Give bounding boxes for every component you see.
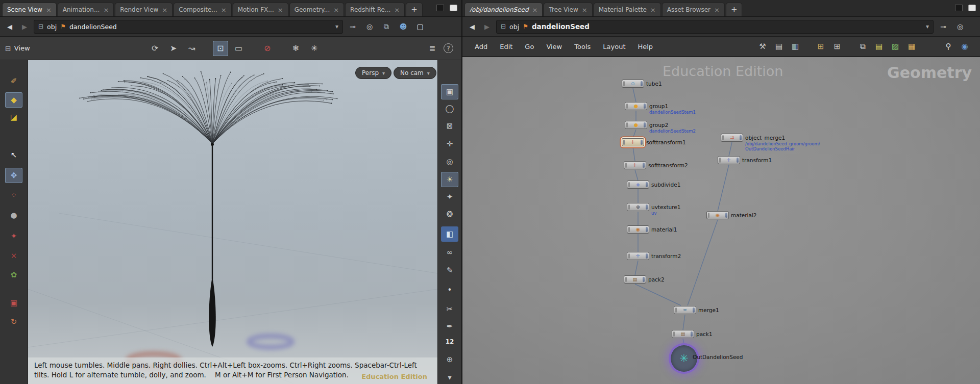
node-merge1[interactable]: ≍ xyxy=(674,306,696,314)
menu-tools[interactable]: Tools xyxy=(569,41,596,53)
headlight-icon[interactable]: ☀ xyxy=(441,172,458,187)
search-network-icon[interactable]: ⚲ xyxy=(942,40,954,53)
stamp-icon[interactable]: ⊕ xyxy=(441,352,458,367)
no-selection-icon[interactable]: ⊘ xyxy=(260,41,275,56)
tab-render-view[interactable]: Render View× xyxy=(115,3,173,16)
node-uvtexture1[interactable]: ⊗ xyxy=(627,203,649,211)
tab-close-icon[interactable]: × xyxy=(532,7,538,13)
lamp-icon[interactable]: ✦ xyxy=(441,189,458,204)
path-context[interactable]: obj xyxy=(47,23,57,31)
tab-scene-view[interactable]: Scene View× xyxy=(2,3,57,16)
tab-close-icon[interactable]: × xyxy=(650,7,656,13)
node-transform2[interactable]: ✛ xyxy=(627,252,649,260)
lasso-select-icon[interactable]: ↝ xyxy=(184,41,200,56)
node-material1[interactable]: ◉ xyxy=(627,225,649,234)
pane-tab-icon[interactable]: ⊟ xyxy=(5,44,11,53)
crosshair-icon[interactable]: ✛ xyxy=(441,136,458,151)
colored-network-icon[interactable]: ▨ xyxy=(889,40,901,53)
path-node-name[interactable]: dandelionSeed xyxy=(69,23,117,31)
menu-layout[interactable]: Layout xyxy=(598,41,630,53)
forward-icon[interactable]: ▶ xyxy=(19,23,30,31)
ring-light-icon[interactable]: ◎ xyxy=(441,154,458,169)
node-pack1[interactable]: ▤ xyxy=(672,330,694,338)
path-node-name[interactable]: dandelionSeed xyxy=(532,22,590,31)
snap-multi-icon[interactable]: ✳ xyxy=(307,41,322,56)
forward-icon[interactable]: ▶ xyxy=(481,23,493,31)
particles-tool-icon[interactable]: ⁘ xyxy=(5,188,22,203)
color-palette-icon[interactable]: ⊞ xyxy=(815,40,827,53)
camera-menu-button[interactable]: No cam ▾ xyxy=(394,67,436,79)
persp-menu-button[interactable]: Persp ▾ xyxy=(355,67,391,79)
tab-composite[interactable]: Composite...× xyxy=(174,3,231,16)
dot-icon[interactable]: • xyxy=(441,283,458,298)
spray-tool-icon[interactable]: ✐ xyxy=(5,73,22,89)
ragdoll-tool-icon[interactable]: ↻ xyxy=(5,314,22,329)
view-layout-icon[interactable]: ▣ xyxy=(441,84,458,99)
select-cursor-icon[interactable]: ↖ xyxy=(5,147,22,163)
pin-icon[interactable]: ⊸ xyxy=(937,20,949,33)
lock-camera-icon[interactable]: ⊠ xyxy=(441,118,458,134)
spectacles-icon[interactable]: ∞ xyxy=(441,245,458,260)
new-tab-button[interactable]: + xyxy=(726,3,743,16)
node-object-merge1[interactable]: ⇉ xyxy=(721,134,743,142)
tab-close-icon[interactable]: × xyxy=(103,7,109,13)
pen-icon[interactable]: ✒ xyxy=(441,319,458,334)
network-overview-icon[interactable]: ⧉ xyxy=(856,40,869,53)
tab-close-icon[interactable]: × xyxy=(162,7,167,13)
move-tool-icon[interactable]: ✥ xyxy=(5,168,22,183)
node-transform1[interactable]: ✛ xyxy=(718,156,740,164)
tab-close-icon[interactable]: × xyxy=(221,7,227,13)
two-lights-icon[interactable]: ❂ xyxy=(441,207,458,222)
node-pack2[interactable]: ▤ xyxy=(624,275,646,284)
wire-tool-icon[interactable]: ✕ xyxy=(5,248,22,264)
network-graph[interactable]: Education Edition Geometry ⊙tube1●group1… xyxy=(462,57,980,384)
paint-tool-icon[interactable]: ◪ xyxy=(5,110,22,125)
box-select-icon[interactable]: ▭ xyxy=(231,41,247,56)
tab-close-icon[interactable]: × xyxy=(333,7,339,13)
path-dropdown-icon[interactable]: ▾ xyxy=(335,23,338,30)
follow-target-icon[interactable]: ◎ xyxy=(363,20,376,33)
shaded-view-icon[interactable]: ◧ xyxy=(441,226,458,242)
tab-redshift-re[interactable]: Redshift Re...× xyxy=(345,3,405,16)
left-path-field[interactable]: ⊟ obj ⚑ dandelionSeed ▾ xyxy=(34,20,343,34)
right-path-field[interactable]: ⊟ obj ⚑ dandelionSeed ▾ xyxy=(496,20,934,34)
pane-split-icon[interactable] xyxy=(436,5,444,11)
pin-icon[interactable]: ⊸ xyxy=(347,20,359,33)
target-network-icon[interactable]: ◉ xyxy=(959,40,971,53)
node-group1[interactable]: ● xyxy=(625,102,647,110)
pane-split-icon[interactable] xyxy=(955,5,963,11)
frame-count-label[interactable]: 12 xyxy=(441,334,458,349)
folder-icon[interactable]: ▦ xyxy=(905,40,918,53)
node-group2[interactable]: ● xyxy=(625,121,647,129)
menu-help[interactable]: Help xyxy=(632,41,658,53)
back-icon[interactable]: ◀ xyxy=(4,23,15,31)
follow-target-icon[interactable]: ◎ xyxy=(954,20,966,33)
select-arrow-icon[interactable]: ➤ xyxy=(166,41,181,56)
help-icon[interactable]: ? xyxy=(444,43,453,53)
tab-material-palette[interactable]: Material Palette× xyxy=(594,3,661,16)
tab-close-icon[interactable]: × xyxy=(46,7,52,13)
back-icon[interactable]: ◀ xyxy=(467,23,478,31)
layers-stack-icon[interactable]: ⧉ xyxy=(380,20,393,33)
foliage-tool-icon[interactable]: ✿ xyxy=(5,267,22,283)
path-dropdown-icon[interactable]: ▾ xyxy=(926,23,929,30)
list-view-icon[interactable]: ▤ xyxy=(773,40,785,53)
snapshot-icon[interactable]: ◯ xyxy=(441,101,458,116)
tab-motion-fx[interactable]: Motion FX...× xyxy=(233,3,288,16)
tab-obj-dandelionseed[interactable]: /obj/dandelionSeed× xyxy=(464,3,543,16)
menu-add[interactable]: Add xyxy=(470,41,493,53)
tab-close-icon[interactable]: × xyxy=(714,7,720,13)
tab-animation[interactable]: Animation...× xyxy=(58,3,114,16)
menu-go[interactable]: Go xyxy=(520,41,539,53)
grid-view-icon[interactable]: ⊞ xyxy=(831,40,843,53)
character-tool-icon[interactable]: ✦ xyxy=(5,228,22,244)
sticky-note-icon[interactable]: ▤ xyxy=(873,40,885,53)
pane-maximize-icon[interactable] xyxy=(968,5,976,11)
pane-maximize-icon[interactable] xyxy=(450,5,457,11)
node-subdivide1[interactable]: ◆ xyxy=(627,181,649,189)
node-material2[interactable]: ◉ xyxy=(706,211,729,219)
notes-view-icon[interactable]: ▥ xyxy=(789,40,801,53)
tab-close-icon[interactable]: × xyxy=(278,7,283,13)
tab-geometry[interactable]: Geometry...× xyxy=(289,3,344,16)
crowd-tool-icon[interactable]: ▣ xyxy=(5,295,22,311)
